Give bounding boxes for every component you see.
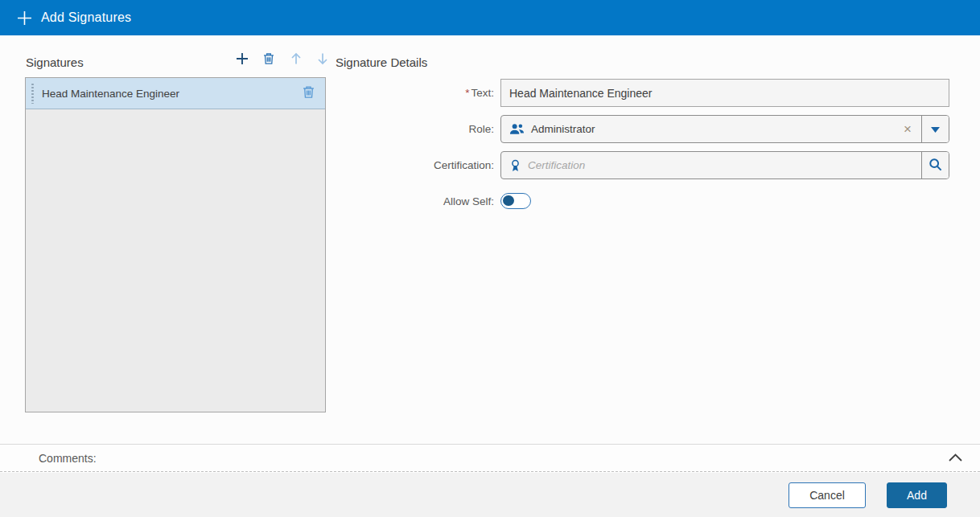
comments-collapse-button[interactable] xyxy=(947,450,964,466)
plus-icon xyxy=(236,52,249,68)
add-signature-button[interactable] xyxy=(234,51,250,69)
certification-search-button[interactable] xyxy=(921,152,949,178)
add-button[interactable]: Add xyxy=(887,482,947,508)
toggle-knob xyxy=(503,195,514,207)
trash-icon xyxy=(262,52,275,68)
allow-self-toggle[interactable] xyxy=(500,193,531,209)
signatures-toolbar xyxy=(234,50,331,69)
role-combobox[interactable]: Administrator × xyxy=(500,115,949,143)
signature-list-item[interactable]: Head Maintenance Engineer xyxy=(26,78,325,109)
role-field-label: Role: xyxy=(336,123,500,135)
delete-signature-button[interactable] xyxy=(261,51,277,69)
caret-down-icon xyxy=(931,123,940,135)
text-input[interactable] xyxy=(500,79,949,107)
move-down-button[interactable] xyxy=(315,51,331,69)
move-up-button[interactable] xyxy=(288,51,304,69)
allow-self-label: Allow Self: xyxy=(336,195,500,207)
dialog-header: Add Signatures xyxy=(0,0,980,35)
role-field-row: Role: Administrator × xyxy=(336,115,949,143)
comments-section-header: Comments: xyxy=(0,444,980,472)
role-dropdown-button[interactable] xyxy=(921,116,949,142)
signatures-list: Head Maintenance Engineer xyxy=(25,77,326,412)
certification-input[interactable] xyxy=(528,159,921,171)
details-panel-title: Signature Details xyxy=(336,55,427,69)
allow-self-row: Allow Self: xyxy=(336,192,949,210)
role-value: Administrator xyxy=(531,123,894,135)
clear-x-icon[interactable]: × xyxy=(894,122,921,136)
cancel-button[interactable]: Cancel xyxy=(789,482,866,508)
chevron-up-icon xyxy=(949,452,962,464)
item-delete-button[interactable] xyxy=(300,84,317,103)
people-icon xyxy=(509,123,525,135)
text-field-label: *Text: xyxy=(336,87,500,99)
comments-label: Comments: xyxy=(39,452,97,465)
dialog-title: Add Signatures xyxy=(41,10,131,25)
add-signatures-plus-icon xyxy=(17,10,32,26)
grip-dots-icon[interactable] xyxy=(31,83,34,104)
signatures-panel-title: Signatures xyxy=(26,55,84,69)
dialog-footer: Cancel Add xyxy=(0,473,980,517)
text-field-row: *Text: xyxy=(336,79,949,107)
required-asterisk: * xyxy=(465,87,469,99)
certification-lookup[interactable] xyxy=(500,151,949,179)
signature-item-label: Head Maintenance Engineer xyxy=(42,88,292,100)
certification-field-label: Certification: xyxy=(336,159,500,171)
ribbon-badge-icon xyxy=(509,159,521,172)
certification-field-row: Certification: xyxy=(336,151,949,179)
trash-icon xyxy=(302,85,315,101)
arrow-down-icon xyxy=(316,52,329,68)
arrow-up-icon xyxy=(290,52,303,68)
magnifier-icon xyxy=(929,158,942,174)
